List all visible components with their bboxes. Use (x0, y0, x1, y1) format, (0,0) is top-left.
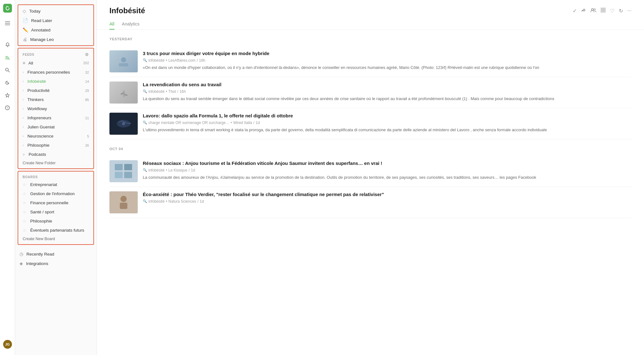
search-icon[interactable] (2, 64, 13, 76)
help-icon[interactable]: ? (2, 102, 13, 113)
check-all-icon[interactable]: ✓ (573, 8, 577, 14)
svg-text:?: ? (7, 106, 8, 110)
sidebar-item-infopreneurs-label: Infopreneurs (27, 116, 82, 120)
sidebar-item-read-later[interactable]: 📄 Read Later (18, 16, 93, 25)
sidebar-item-infopreneurs[interactable]: › Infopreneurs 11 (18, 113, 93, 122)
recently-read-icon: ◷ (19, 251, 23, 256)
article-body: La revendication du sens au travail 🔍 in… (143, 82, 631, 104)
article-publisher: Le Kiosque (169, 168, 187, 172)
article-body: 3 trucs pour mieux diriger votre équipe … (143, 50, 631, 72)
thinkers-count: 85 (85, 98, 89, 102)
article-body: Lavoro: dallo spazio alla Formula 1, le … (143, 113, 631, 135)
dark-mode-icon[interactable] (2, 77, 13, 88)
user-avatar[interactable]: JG (3, 340, 12, 349)
star-gestion: ☆ (23, 191, 26, 196)
sidebar-item-entreprenariat[interactable]: ☆ Entreprenariat (18, 180, 93, 189)
meta-separator: • (166, 89, 167, 94)
sidebar-item-thinkers-label: Thinkers (27, 97, 82, 102)
meta-source-icon: 🔍 (143, 58, 147, 62)
article-time: 1d (256, 121, 260, 125)
main-tabs: All Analytics (109, 19, 631, 29)
team-icon[interactable] (591, 8, 596, 14)
more-options-icon[interactable]: ··· (627, 8, 631, 14)
article-item[interactable]: La revendication du sens au travail 🔍 in… (109, 77, 631, 108)
star-sante: ☆ (23, 210, 26, 214)
feeds-label: FEEDS (23, 53, 34, 56)
meta-separator2: / (197, 58, 197, 63)
sidebar-item-sante-label: Santé / sport (30, 210, 89, 214)
menu-icon[interactable] (2, 18, 13, 29)
sidebar-item-philosophie-board-label: Philosophie (30, 219, 89, 223)
sidebar-item-infobesite-label: Infobésité (27, 79, 82, 84)
main-toolbar: ✓ (573, 8, 631, 14)
share-icon[interactable] (581, 8, 586, 14)
feeds-gear-icon[interactable]: ⚙ (85, 52, 89, 57)
section-yesterday: YESTERDAY 3 trucs pour mieux diriger vot… (109, 37, 631, 139)
sidebar-item-all-feeds[interactable]: ≡ All 202 (18, 58, 93, 68)
chevron-infopreneurs: › (23, 116, 24, 120)
sidebar-item-productivite[interactable]: › Productivité 29 (18, 86, 93, 95)
article-item[interactable]: 3 trucs pour mieux diriger votre équipe … (109, 46, 631, 77)
feeds-icon[interactable] (2, 52, 13, 63)
article-item[interactable]: Lavoro: dallo spazio alla Formula 1, le … (109, 108, 631, 139)
philosophie-count: 26 (85, 144, 89, 147)
article-source: infobésité (148, 58, 164, 63)
article-item[interactable]: Réseaux sociaux : Anjou tourisme et la F… (109, 156, 631, 187)
sidebar-item-julien[interactable]: › Julien Gueniat (18, 122, 93, 132)
meta-separator: • (166, 168, 167, 172)
sidebar-item-finance-perso[interactable]: ☆ Finance personnelle (18, 198, 93, 207)
article-body: Éco-anxiété : pour Théo Verdier, "rester… (143, 191, 631, 213)
chevron-productivite: › (23, 89, 24, 92)
sidebar-item-recently-read[interactable]: ◷ Recently Read (15, 249, 97, 259)
thumb-placeholder (109, 191, 138, 213)
favorite-icon[interactable]: ♡ (610, 8, 614, 14)
sidebar-item-workflowy-label: Workflowy (27, 106, 86, 111)
svg-point-16 (121, 57, 126, 62)
sidebar-item-philosophie[interactable]: › Philosophie 26 (18, 141, 93, 150)
sidebar-item-sante[interactable]: ☆ Santé / sport (18, 207, 93, 217)
sidebar-item-gestion-label: Gestion de l'information (30, 191, 89, 196)
meta-separator: • (230, 121, 232, 125)
sidebar-item-manage-leo[interactable]: 🖨 Manage Leo (18, 35, 93, 44)
article-item[interactable]: Éco-anxiété : pour Théo Verdier, "rester… (109, 187, 631, 218)
sidebar-item-workflowy[interactable]: › Workflowy (18, 104, 93, 113)
sidebar-item-gestion[interactable]: ☆ Gestion de l'information (18, 189, 93, 198)
sidebar-item-integrations[interactable]: ◈ Integrations (15, 259, 97, 268)
sidebar-item-finances[interactable]: › Finances personnelles 32 (18, 68, 93, 77)
sidebar-item-podcasts[interactable]: ∨ Podcasts (18, 150, 93, 159)
svg-rect-29 (120, 203, 127, 209)
sidebar-item-infobesite[interactable]: › Infobésité 14 (18, 77, 93, 86)
sidebar-item-neuroscience[interactable]: › Neuroscience 5 (18, 132, 93, 141)
create-folder-link[interactable]: Create New Folder (18, 159, 93, 167)
sidebar-item-philosophie-label: Philosophie (27, 143, 82, 148)
sidebar-item-thinkers[interactable]: › Thinkers 85 (18, 95, 93, 104)
sidebar-item-annotated[interactable]: ✏️ Annotated (18, 25, 93, 35)
sidebar: ◇ Today 📄 Read Later ✏️ Annotated 🖨 Mana… (15, 0, 97, 355)
article-meta: 🔍 infobésité • Natura Sciences / 1d (143, 199, 631, 204)
sidebar-item-annotated-label: Annotated (31, 28, 89, 32)
notifications-icon[interactable] (2, 39, 13, 50)
svg-point-28 (120, 196, 127, 202)
sidebar-item-today[interactable]: ◇ Today (18, 6, 93, 16)
list-view-icon[interactable] (601, 8, 606, 14)
svg-rect-25 (124, 164, 132, 170)
sidebar-item-podcasts-label: Podcasts (29, 152, 89, 157)
create-board-link[interactable]: Create New Board (18, 235, 93, 243)
tab-all[interactable]: All (109, 19, 114, 30)
ai-icon[interactable] (2, 89, 13, 101)
svg-rect-27 (124, 172, 132, 178)
refresh-icon[interactable]: ↻ (619, 8, 623, 14)
article-time: 1d (200, 199, 204, 204)
meta-separator: • (166, 58, 167, 63)
tab-analytics[interactable]: Analytics (122, 19, 140, 30)
sidebar-item-partenariats[interactable]: ☆ Éventuels partenariats futurs (18, 226, 93, 235)
meta-separator2: / (189, 168, 190, 172)
article-excerpt: La communauté des amoureux de l'Anjou, #… (143, 174, 631, 181)
star-philosophie-board: ☆ (23, 219, 26, 223)
article-source: infobésité (148, 89, 164, 94)
article-time: 1d (191, 168, 195, 172)
sidebar-item-philosophie-board[interactable]: ☆ Philosophie (18, 217, 93, 226)
article-source: infobésité (148, 199, 164, 204)
boards-box: BOARDS ☆ Entreprenariat ☆ Gestion de l'i… (18, 171, 94, 245)
chevron-workflowy: › (23, 107, 24, 110)
